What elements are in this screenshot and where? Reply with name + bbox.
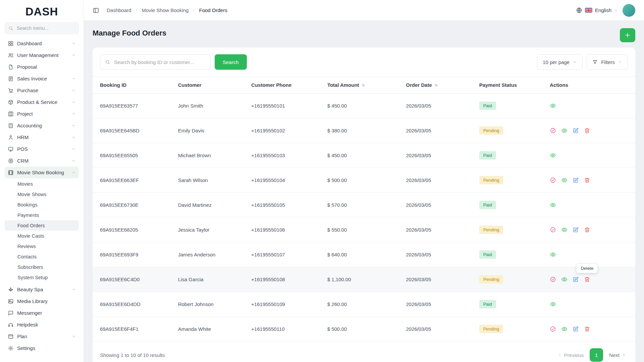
sidebar-item-hrm[interactable]: HRM xyxy=(5,131,79,143)
table-header-row: Booking IDCustomerCustomer PhoneTotal Am… xyxy=(93,77,635,94)
sidebar-item-pos[interactable]: POS xyxy=(5,143,79,155)
food-orders-table: Booking IDCustomerCustomer PhoneTotal Am… xyxy=(93,76,635,342)
sidebar-item-product-service[interactable]: Product & Service xyxy=(5,96,79,108)
payment-status-badge: Pending xyxy=(479,325,503,333)
search-button[interactable]: Search xyxy=(215,54,247,70)
per-page-select[interactable]: 10 per page xyxy=(537,54,583,70)
view-action-button[interactable] xyxy=(550,251,556,258)
edit-action-button[interactable] xyxy=(573,227,579,233)
actions-cell xyxy=(546,218,635,242)
chevron-right-icon xyxy=(622,353,626,357)
next-button[interactable]: Next xyxy=(607,352,628,358)
eye-icon xyxy=(550,202,556,208)
sidebar-item-payments[interactable]: Payments xyxy=(5,210,79,220)
actions-cell: Delete xyxy=(546,267,635,292)
view-action-button[interactable] xyxy=(561,127,568,134)
trash-icon xyxy=(584,326,590,332)
page-title: Manage Food Orders xyxy=(93,29,166,38)
delete-action-button[interactable] xyxy=(584,227,590,233)
column-header-booking-id: Booking ID xyxy=(93,77,174,94)
table-row: 69A915EE68205Jessica Taylor+16195550106$… xyxy=(93,218,635,242)
sidebar-item-reviews[interactable]: Reviews xyxy=(5,241,79,251)
edit-action-button[interactable] xyxy=(573,326,579,332)
confirm-action-button[interactable] xyxy=(550,177,556,183)
sidebar-search-input[interactable] xyxy=(16,25,75,31)
sidebar-item-settings[interactable]: Settings xyxy=(5,342,79,354)
user-avatar[interactable] xyxy=(623,4,635,17)
sidebar-search[interactable] xyxy=(5,22,79,34)
sidebar-item-project[interactable]: Project xyxy=(5,108,79,120)
view-action-button[interactable] xyxy=(550,152,556,159)
sidebar-item-movie-shows[interactable]: Movie Shows xyxy=(5,189,79,199)
add-button[interactable] xyxy=(620,28,635,42)
sidebar-item-messenger[interactable]: Messenger xyxy=(5,307,79,319)
sidebar-item-subscribers[interactable]: Subscribers xyxy=(5,262,79,272)
delete-action-button[interactable]: Delete xyxy=(584,276,590,283)
sidebar-item-accounting[interactable]: Accounting xyxy=(5,120,79,131)
total-amount: $ 550.00 xyxy=(323,218,402,242)
view-action-button[interactable] xyxy=(561,326,568,332)
sidebar-item-user-management[interactable]: User Management xyxy=(5,49,79,61)
page-1-button[interactable]: 1 xyxy=(590,348,603,362)
previous-button[interactable]: Previous xyxy=(556,352,586,358)
sidebar-item-movies[interactable]: Movies xyxy=(5,179,79,189)
chevron-down-icon xyxy=(71,159,76,163)
column-header-order-date[interactable]: Order Date xyxy=(402,77,475,94)
confirm-action-button[interactable] xyxy=(550,127,556,134)
view-action-button[interactable] xyxy=(561,177,568,183)
eye-icon xyxy=(550,251,556,258)
sidebar-item-crm[interactable]: CRM xyxy=(5,155,79,167)
sidebar-item-label: Settings xyxy=(17,345,76,351)
sidebar-item-helpdesk[interactable]: Helpdesk xyxy=(5,319,79,330)
sidebar-item-label: Media Library xyxy=(17,298,76,304)
view-action-button[interactable] xyxy=(550,301,556,307)
customer-phone: +16195550101 xyxy=(247,94,323,118)
sidebar-toggle-button[interactable] xyxy=(93,7,99,14)
edit-action-button[interactable] xyxy=(573,127,579,134)
delete-action-button[interactable] xyxy=(584,127,590,134)
sidebar-item-media-library[interactable]: Media Library xyxy=(5,295,79,307)
sidebar-item-proposal[interactable]: Proposal xyxy=(5,61,79,73)
sidebar-item-food-orders[interactable]: Food Orders xyxy=(5,220,79,231)
edit-action-button[interactable] xyxy=(573,276,579,283)
view-action-button[interactable] xyxy=(550,103,556,109)
view-action-button[interactable] xyxy=(561,227,568,233)
sidebar-item-label: HRM xyxy=(17,134,68,140)
payment-status-cell: Pending xyxy=(475,267,546,292)
sidebar-item-plan[interactable]: Plan xyxy=(5,330,79,342)
booking-id: 69A915EE68205 xyxy=(93,218,174,242)
sidebar-item-movie-show-booking[interactable]: Movie Show Booking xyxy=(5,167,79,178)
breadcrumb-item-movie-show-booking[interactable]: Movie Show Booking xyxy=(142,7,189,13)
confirm-action-button[interactable] xyxy=(550,227,556,233)
column-label: Customer xyxy=(178,82,202,88)
sidebar-item-bookings[interactable]: Bookings xyxy=(5,199,79,210)
payment-status-cell: Paid xyxy=(475,242,546,267)
delete-action-button[interactable] xyxy=(584,326,590,332)
order-date: 2026/03/05 xyxy=(402,168,475,193)
sidebar-item-purchase[interactable]: Purchase xyxy=(5,84,79,96)
breadcrumb: DashboardMovie Show BookingFood Orders xyxy=(107,7,227,13)
edit-action-button[interactable] xyxy=(573,177,579,183)
view-action-button[interactable] xyxy=(561,276,568,283)
view-action-button[interactable] xyxy=(550,202,556,208)
sidebar-item-beauty-spa[interactable]: Beauty Spa xyxy=(5,284,79,295)
confirm-action-button[interactable] xyxy=(550,276,556,283)
sidebar-item-system-setup[interactable]: System Setup xyxy=(5,272,79,283)
filters-button[interactable]: Filters xyxy=(587,54,628,70)
table-search-input[interactable] xyxy=(113,59,206,65)
booking-id: 69A915EE693F9 xyxy=(93,242,174,267)
confirm-action-button[interactable] xyxy=(550,326,556,332)
customer-name: Sarah Wilson xyxy=(174,168,247,193)
column-header-total-amount[interactable]: Total Amount xyxy=(323,77,402,94)
sidebar-item-dashboard[interactable]: Dashboard xyxy=(5,38,79,49)
table-search-box[interactable] xyxy=(100,54,211,70)
breadcrumb-item-dashboard[interactable]: Dashboard xyxy=(107,7,131,13)
sidebar-item-movie-casts[interactable]: Movie Casts xyxy=(5,231,79,241)
sidebar-item-label: Accounting xyxy=(17,123,68,128)
chevron-down-icon xyxy=(71,334,76,339)
sidebar-item-contacts[interactable]: Contacts xyxy=(5,251,79,262)
language-selector[interactable]: English xyxy=(576,7,618,13)
delete-action-button[interactable] xyxy=(584,177,590,183)
calculator-icon xyxy=(8,123,14,129)
sidebar-item-sales-invoice[interactable]: Sales Invoice xyxy=(5,73,79,84)
